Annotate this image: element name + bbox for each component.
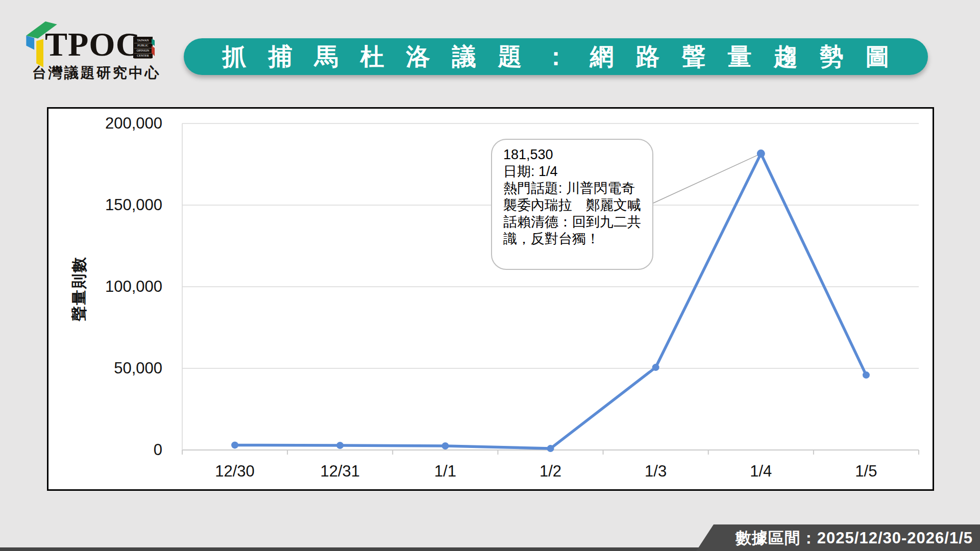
y-tick-label: 150,000 <box>47 196 162 214</box>
data-range-label: 數據區間：2025/12/30-2026/1/5 <box>736 524 980 549</box>
x-tick-label: 1/4 <box>715 462 807 481</box>
data-point <box>442 442 449 449</box>
slide-canvas: TPOC TAIWAN PUBLIC OPINION CENTER 台灣議題研究… <box>0 0 980 551</box>
x-tick-label: 1/5 <box>820 462 912 481</box>
data-point <box>757 149 765 158</box>
x-tick-label: 12/31 <box>294 462 386 481</box>
title-banner: 抓捕馬杜洛議題：網路聲量趨勢圖 <box>184 38 928 75</box>
tpoc-wordmark: TPOC <box>45 27 134 62</box>
y-tick-label: 50,000 <box>47 359 162 378</box>
chart-plot-area <box>47 107 934 491</box>
callout-topic: 熱門話題: 川普閃電奇襲委內瑞拉 鄭麗文喊話賴清德：回到九二共識，反對台獨！ <box>503 180 643 247</box>
data-range-bar: 數據區間：2025/12/30-2026/1/5 <box>692 524 980 551</box>
y-tick-label: 100,000 <box>47 278 162 296</box>
volume-trend-chart: 聲量則數 050,000100,000150,000200,000 12/301… <box>47 107 934 491</box>
data-point <box>547 445 554 452</box>
badge-line: OPINION <box>134 48 152 54</box>
data-point <box>336 442 344 449</box>
x-tick-label: 1/2 <box>505 462 597 481</box>
badge-line: TAIWAN <box>134 38 152 43</box>
data-point <box>863 371 870 379</box>
x-tick-label: 1/3 <box>610 462 702 481</box>
callout-leader-line <box>653 154 761 203</box>
badge-line: CENTER <box>134 54 152 59</box>
data-point <box>231 441 238 448</box>
data-callout: 181,530 日期: 1/4 熱門話題: 川普閃電奇襲委內瑞拉 鄭麗文喊話賴清… <box>491 139 653 270</box>
x-tick-label: 12/30 <box>189 462 281 481</box>
x-tick-label: 1/1 <box>399 462 491 481</box>
badge-line: PUBLIC <box>134 43 152 48</box>
callout-date: 日期: 1/4 <box>503 163 643 180</box>
page-title: 抓捕馬杜洛議題：網路聲量趨勢圖 <box>201 41 912 73</box>
callout-value: 181,530 <box>503 146 643 163</box>
logo-subtitle: 台灣議題研究中心 <box>32 63 185 81</box>
y-tick-label: 0 <box>47 441 162 459</box>
data-point <box>652 364 659 371</box>
y-tick-label: 200,000 <box>47 114 162 133</box>
badge-flag-icon <box>152 39 155 56</box>
tpoc-badge: TAIWAN PUBLIC OPINION CENTER <box>133 37 153 58</box>
